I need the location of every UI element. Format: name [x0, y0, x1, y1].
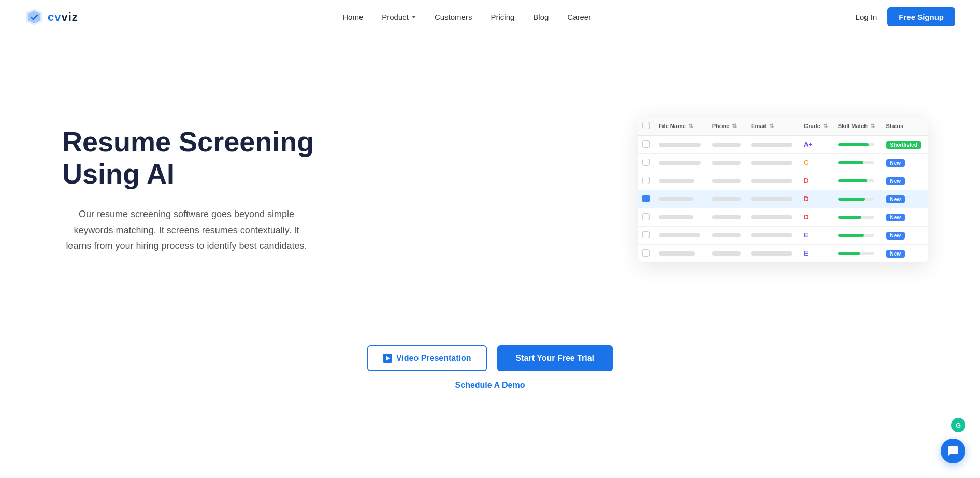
row-5-skill-match	[834, 227, 882, 245]
row-2-phone	[708, 172, 747, 190]
row-5-email	[747, 227, 800, 245]
nav-home[interactable]: Home	[342, 12, 363, 21]
row-1-skill-match	[834, 154, 882, 172]
row-1-status: New	[882, 154, 928, 172]
row-2-checkbox-cell	[638, 172, 655, 190]
col-checkbox	[638, 117, 655, 136]
row-4-grade: D	[800, 208, 834, 227]
logo[interactable]: cvviz	[25, 8, 78, 26]
row-1-email	[747, 154, 800, 172]
row-2-email	[747, 172, 800, 190]
signup-button[interactable]: Free Signup	[887, 7, 955, 26]
col-grade: Grade ⇅	[800, 117, 834, 136]
nav-blog[interactable]: Blog	[533, 12, 549, 21]
row-0-grade: A+	[800, 136, 834, 154]
schedule-demo-button[interactable]: Schedule A Demo	[455, 381, 525, 390]
chat-icon	[947, 445, 959, 457]
hero-description: Our resume screening software goes beyon…	[62, 206, 311, 254]
nav-links: Home Product Customers Pricing Blog Care…	[342, 12, 591, 22]
grammarly-icon[interactable]: G	[951, 418, 965, 432]
col-skillmatch: Skill Match ⇅	[834, 117, 882, 136]
col-email: Email ⇅	[747, 117, 800, 136]
nav-product[interactable]: Product	[382, 12, 416, 21]
row-2-grade: D	[800, 172, 834, 190]
row-6-checkbox-cell	[638, 245, 655, 263]
table-row[interactable]: ENew	[638, 227, 928, 245]
nav-customers[interactable]: Customers	[435, 12, 472, 21]
row-4-status: New	[882, 208, 928, 227]
row-3-grade: D	[800, 190, 834, 208]
col-phone: Phone ⇅	[708, 117, 747, 136]
row-0-checkbox[interactable]	[642, 140, 650, 148]
start-trial-button[interactable]: Start Your Free Trial	[497, 345, 613, 371]
row-5-status: New	[882, 227, 928, 245]
nav-actions: Log In Free Signup	[856, 7, 955, 26]
row-6-checkbox[interactable]	[642, 249, 650, 257]
nav-pricing[interactable]: Pricing	[491, 12, 514, 21]
row-4-filename	[655, 208, 708, 227]
row-2-checkbox[interactable]	[642, 177, 650, 184]
row-0-checkbox-cell	[638, 136, 655, 154]
logo-icon	[25, 8, 44, 26]
row-6-grade: E	[800, 245, 834, 263]
chat-widget-button[interactable]	[941, 439, 965, 463]
login-button[interactable]: Log In	[856, 12, 877, 21]
table-row[interactable]: DNew	[638, 172, 928, 190]
row-3-status: New	[882, 190, 928, 208]
row-0-email	[747, 136, 800, 154]
youtube-icon	[383, 354, 392, 363]
table-row[interactable]: A+Shortlisted	[638, 136, 928, 154]
row-4-email	[747, 208, 800, 227]
row-1-grade: C	[800, 154, 834, 172]
row-3-skill-match	[834, 190, 882, 208]
row-6-email	[747, 245, 800, 263]
row-1-phone	[708, 154, 747, 172]
table-row[interactable]: DNew	[638, 208, 928, 227]
row-2-skill-match	[834, 172, 882, 190]
table-row[interactable]: DNew	[638, 190, 928, 208]
row-4-checkbox-cell	[638, 208, 655, 227]
row-5-checkbox[interactable]	[642, 231, 650, 238]
row-2-filename	[655, 172, 708, 190]
nav-career[interactable]: Career	[567, 12, 591, 21]
row-4-skill-match	[834, 208, 882, 227]
col-filename: File Name ⇅	[655, 117, 708, 136]
row-4-phone	[708, 208, 747, 227]
logo-text: cvviz	[48, 10, 78, 24]
cta-buttons: Video Presentation Start Your Free Trial	[367, 345, 613, 371]
row-5-filename	[655, 227, 708, 245]
table-row[interactable]: ENew	[638, 245, 928, 263]
hero-title: Resume Screening Using AI	[62, 125, 363, 190]
resume-table-mockup: File Name ⇅ Phone ⇅ Email ⇅ Grade ⇅ Skil…	[638, 117, 928, 263]
row-5-grade: E	[800, 227, 834, 245]
row-3-checkbox[interactable]	[642, 195, 650, 202]
row-3-checkbox-cell	[638, 190, 655, 208]
col-status: Status	[882, 117, 928, 136]
row-4-checkbox[interactable]	[642, 213, 650, 220]
hero-right: File Name ⇅ Phone ⇅ Email ⇅ Grade ⇅ Skil…	[628, 117, 939, 263]
row-0-phone	[708, 136, 747, 154]
navbar: cvviz Home Product Customers Pricing Blo…	[0, 0, 980, 34]
chevron-down-icon	[412, 16, 416, 18]
row-1-checkbox[interactable]	[642, 159, 650, 166]
video-presentation-button[interactable]: Video Presentation	[367, 345, 487, 371]
row-2-status: New	[882, 172, 928, 190]
table-row[interactable]: CNew	[638, 154, 928, 172]
row-5-checkbox-cell	[638, 227, 655, 245]
row-0-filename	[655, 136, 708, 154]
cta-section: Video Presentation Start Your Free Trial…	[0, 335, 980, 411]
row-0-skill-match	[834, 136, 882, 154]
row-1-filename	[655, 154, 708, 172]
row-3-phone	[708, 190, 747, 208]
row-0-status: Shortlisted	[882, 136, 928, 154]
row-6-skill-match	[834, 245, 882, 263]
hero-section: Resume Screening Using AI Our resume scr…	[0, 34, 980, 335]
row-6-status: New	[882, 245, 928, 263]
header-checkbox[interactable]	[642, 122, 650, 129]
row-6-filename	[655, 245, 708, 263]
row-1-checkbox-cell	[638, 154, 655, 172]
row-3-filename	[655, 190, 708, 208]
row-6-phone	[708, 245, 747, 263]
row-5-phone	[708, 227, 747, 245]
hero-left: Resume Screening Using AI Our resume scr…	[62, 125, 363, 254]
